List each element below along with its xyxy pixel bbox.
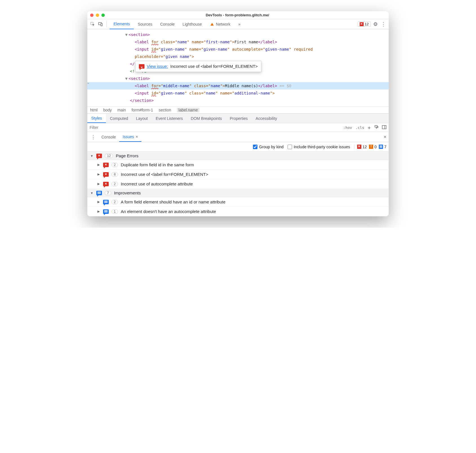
group-label: Page Errors bbox=[116, 153, 138, 158]
issue-item[interactable]: × 2 Duplicate form field id in the same … bbox=[87, 160, 389, 170]
issue-group-page-errors[interactable]: × 12 Page Errors bbox=[87, 152, 389, 160]
dom-line[interactable]: ▼<section> bbox=[87, 31, 389, 38]
expand-icon[interactable] bbox=[97, 182, 100, 186]
drawer-kebab-icon[interactable]: ⋮ bbox=[88, 132, 98, 142]
expand-icon[interactable] bbox=[90, 154, 94, 158]
dom-line[interactable]: <input id="given-name" class="name" name… bbox=[87, 89, 389, 97]
crumb[interactable]: html bbox=[90, 108, 97, 112]
kebab-menu-icon[interactable]: ⋮ bbox=[380, 21, 386, 27]
group-by-kind-checkbox[interactable]: Group by kind bbox=[253, 145, 284, 149]
dom-line[interactable]: placeholder="given name"> bbox=[87, 53, 389, 60]
crumb[interactable]: section bbox=[159, 108, 171, 112]
error-count-badge[interactable]: 12 bbox=[358, 21, 371, 27]
error-speech-icon: × bbox=[139, 64, 144, 69]
new-style-rule-icon[interactable]: + bbox=[368, 125, 371, 131]
tab-sources[interactable]: Sources bbox=[134, 19, 156, 29]
group-count-badge: 7 bbox=[105, 191, 111, 195]
info-speech-icon bbox=[96, 191, 102, 195]
error-icon bbox=[357, 145, 361, 149]
styles-filter-input[interactable] bbox=[90, 125, 340, 130]
sidetab-styles[interactable]: Styles bbox=[87, 114, 106, 123]
titlebar: DevTools - form-problems.glitch.me/ bbox=[87, 11, 389, 19]
crumb[interactable]: body bbox=[103, 108, 112, 112]
info-speech-icon bbox=[103, 209, 109, 214]
issues-list: × 12 Page Errors × 2 Duplicate form fiel… bbox=[87, 152, 389, 216]
group-count-badge: 12 bbox=[105, 154, 113, 158]
issue-count-badge: 8 bbox=[112, 172, 118, 177]
issue-text: An element doesn't have an autocomplete … bbox=[121, 209, 216, 214]
issue-text: Duplicate form field id in the same form bbox=[121, 162, 194, 167]
dom-tree[interactable]: ⋯ ▼<section> <label for class="name" nam… bbox=[87, 29, 389, 106]
view-issue-link[interactable]: View issue: bbox=[147, 63, 168, 70]
more-tabs-button[interactable]: » bbox=[234, 19, 244, 29]
expand-icon[interactable] bbox=[97, 210, 100, 213]
info-icon bbox=[379, 145, 383, 149]
issue-count-badge: 1 bbox=[112, 209, 118, 214]
expand-icon[interactable] bbox=[90, 191, 94, 195]
panel-tabs: Elements Sources Console Lighthouse Netw… bbox=[110, 19, 244, 29]
warning-count[interactable]: 0 bbox=[369, 145, 377, 149]
error-icon bbox=[360, 22, 364, 26]
minimize-window-icon[interactable] bbox=[96, 14, 99, 17]
warning-icon bbox=[210, 23, 213, 26]
issue-tooltip: × View issue: Incorrect use of <label fo… bbox=[135, 61, 261, 72]
issue-item[interactable]: 2 A form field element should have an id… bbox=[87, 197, 389, 207]
inspect-element-icon[interactable] bbox=[90, 21, 96, 27]
drawer-tab-issues[interactable]: Issues × bbox=[119, 132, 141, 142]
hov-toggle[interactable]: :hov bbox=[343, 125, 352, 130]
close-window-icon[interactable] bbox=[90, 14, 94, 17]
issue-item[interactable]: × 2 Incorrect use of autocomplete attrib… bbox=[87, 179, 389, 189]
crumb[interactable]: main bbox=[117, 108, 126, 112]
gutter-dots-icon[interactable]: ⋯ bbox=[87, 79, 89, 87]
expand-icon[interactable] bbox=[97, 200, 100, 204]
info-count[interactable]: 7 bbox=[379, 145, 386, 149]
svg-rect-3 bbox=[375, 125, 377, 127]
issue-text: Incorrect use of autocomplete attribute bbox=[121, 181, 193, 186]
settings-gear-icon[interactable]: ⚙ bbox=[372, 21, 379, 27]
dom-line-selected[interactable]: <label for="middle-name" class="name">Mi… bbox=[87, 82, 389, 89]
maximize-window-icon[interactable] bbox=[101, 14, 105, 17]
info-speech-icon bbox=[103, 200, 109, 204]
sidetab-accessibility[interactable]: Accessibility bbox=[252, 114, 281, 123]
window-title: DevTools - form-problems.glitch.me/ bbox=[105, 13, 370, 17]
dom-line[interactable]: <input id="given-name" name="given-name"… bbox=[87, 46, 389, 53]
sidetab-dom-breakpoints[interactable]: DOM Breakpoints bbox=[187, 114, 226, 123]
tab-network[interactable]: Network bbox=[206, 19, 234, 29]
third-party-checkbox[interactable]: Include third-party cookie issues bbox=[288, 145, 350, 149]
sidetab-layout[interactable]: Layout bbox=[132, 114, 152, 123]
sidetab-event-listeners[interactable]: Event Listeners bbox=[152, 114, 187, 123]
crumb[interactable]: form#form-1 bbox=[132, 108, 153, 112]
tab-elements[interactable]: Elements bbox=[110, 19, 134, 29]
dom-line[interactable]: ▼<section> bbox=[87, 75, 389, 82]
error-speech-icon: × bbox=[103, 172, 109, 177]
dom-line[interactable]: <label for class="name" name="first-name… bbox=[87, 38, 389, 46]
cls-toggle[interactable]: .cls bbox=[355, 125, 364, 130]
crumb-active[interactable]: label.name bbox=[177, 108, 200, 112]
sidetab-properties[interactable]: Properties bbox=[226, 114, 252, 123]
drawer-tab-console[interactable]: Console bbox=[98, 132, 119, 142]
error-count[interactable]: 12 bbox=[357, 145, 367, 149]
error-speech-icon: × bbox=[103, 163, 109, 167]
device-toggle-icon[interactable] bbox=[97, 21, 104, 27]
error-speech-icon: × bbox=[96, 154, 102, 158]
expand-icon[interactable] bbox=[97, 172, 100, 176]
group-label: Improvements bbox=[114, 190, 141, 195]
expand-icon[interactable] bbox=[97, 163, 100, 167]
issue-text: A form field element should have an id o… bbox=[121, 199, 226, 204]
paint-icon[interactable] bbox=[374, 125, 379, 130]
sidetab-computed[interactable]: Computed bbox=[106, 114, 132, 123]
drawer-close-icon[interactable]: × bbox=[381, 132, 389, 142]
issue-count-badge: 2 bbox=[112, 163, 118, 167]
panel-toggle-icon[interactable] bbox=[382, 125, 386, 130]
dom-line[interactable]: </section> bbox=[87, 97, 389, 104]
drawer-tabbar: ⋮ Console Issues × × bbox=[87, 132, 389, 142]
close-tab-icon[interactable]: × bbox=[136, 134, 138, 139]
issue-item[interactable]: × 8 Incorrect use of <label for=FORM_ELE… bbox=[87, 170, 389, 179]
issue-group-improvements[interactable]: 7 Improvements bbox=[87, 189, 389, 197]
issue-item[interactable]: 1 An element doesn't have an autocomplet… bbox=[87, 207, 389, 216]
warning-icon bbox=[369, 145, 373, 149]
svg-rect-2 bbox=[101, 23, 102, 26]
tab-lighthouse[interactable]: Lighthouse bbox=[179, 19, 206, 29]
tab-console[interactable]: Console bbox=[156, 19, 179, 29]
issue-count-badge: 2 bbox=[112, 200, 118, 204]
